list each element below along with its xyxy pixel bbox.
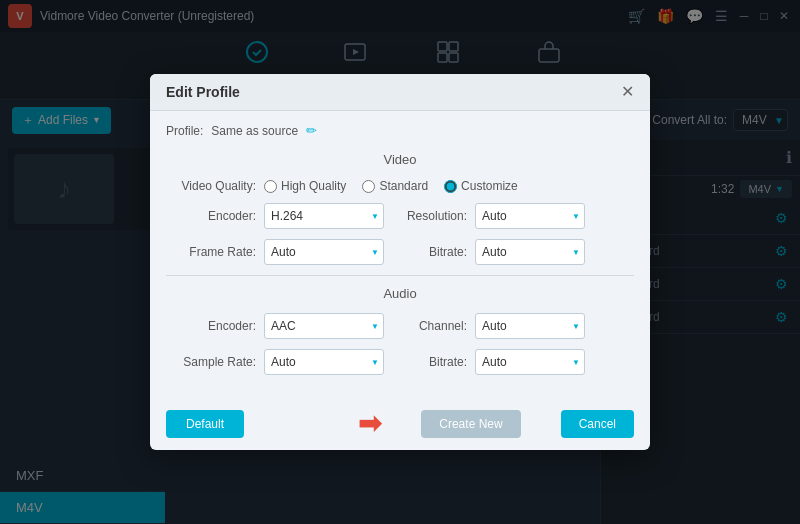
radio-high-quality[interactable]: High Quality bbox=[264, 179, 346, 193]
sample-rate-label: Sample Rate: bbox=[166, 355, 256, 369]
sample-rate-select-wrapper: Auto bbox=[264, 349, 384, 375]
audio-encoder-label: Encoder: bbox=[166, 319, 256, 333]
audio-encoder-select-wrapper: AAC bbox=[264, 313, 384, 339]
radio-customize-label: Customize bbox=[461, 179, 518, 193]
audio-bitrate-select[interactable]: Auto bbox=[475, 349, 585, 375]
modal-overlay: Edit Profile ✕ Profile: Same as source ✏… bbox=[0, 0, 800, 524]
resolution-label: Resolution: bbox=[392, 209, 467, 223]
audio-bitrate-col: Bitrate: Auto bbox=[392, 349, 634, 375]
modal-header: Edit Profile ✕ bbox=[150, 74, 650, 111]
radio-high-quality-input[interactable] bbox=[264, 180, 277, 193]
resolution-col: Resolution: Auto bbox=[392, 203, 634, 229]
profile-row: Profile: Same as source ✏ bbox=[166, 123, 634, 138]
audio-encoder-select[interactable]: AAC bbox=[264, 313, 384, 339]
arrow-indicator: ➡ bbox=[358, 407, 381, 440]
encoder-label: Encoder: bbox=[166, 209, 256, 223]
radio-high-quality-label: High Quality bbox=[281, 179, 346, 193]
radio-customize[interactable]: Customize bbox=[444, 179, 518, 193]
default-button[interactable]: Default bbox=[166, 410, 244, 438]
radio-standard-input[interactable] bbox=[362, 180, 375, 193]
video-section-title: Video bbox=[166, 152, 634, 167]
audio-section-title: Audio bbox=[166, 286, 634, 301]
resolution-select[interactable]: Auto bbox=[475, 203, 585, 229]
video-quality-radio-group: High Quality Standard Customize bbox=[264, 179, 634, 193]
radio-standard-label: Standard bbox=[379, 179, 428, 193]
channel-col: Channel: Auto bbox=[392, 313, 634, 339]
modal-title: Edit Profile bbox=[166, 84, 240, 100]
bitrate-select-wrapper: Auto bbox=[475, 239, 585, 265]
radio-standard[interactable]: Standard bbox=[362, 179, 428, 193]
sample-rate-select[interactable]: Auto bbox=[264, 349, 384, 375]
channel-select[interactable]: Auto bbox=[475, 313, 585, 339]
framerate-bitrate-row: Frame Rate: Auto Bitrate: Auto bbox=[166, 239, 634, 265]
bitrate-col: Bitrate: Auto bbox=[392, 239, 634, 265]
bitrate-label: Bitrate: bbox=[392, 245, 467, 259]
modal-close-button[interactable]: ✕ bbox=[621, 84, 634, 100]
audio-bitrate-select-wrapper: Auto bbox=[475, 349, 585, 375]
frame-rate-label: Frame Rate: bbox=[166, 245, 256, 259]
audio-encoder-channel-row: Encoder: AAC Channel: Auto bbox=[166, 313, 634, 339]
modal-footer: Default ➡ Create New Cancel bbox=[150, 397, 650, 450]
edit-icon[interactable]: ✏ bbox=[306, 123, 317, 138]
create-new-button[interactable]: Create New bbox=[421, 410, 520, 438]
encoder-select[interactable]: H.264 bbox=[264, 203, 384, 229]
channel-select-wrapper: Auto bbox=[475, 313, 585, 339]
modal-body: Profile: Same as source ✏ Video Video Qu… bbox=[150, 111, 650, 397]
profile-value: Same as source bbox=[211, 124, 298, 138]
bitrate-select[interactable]: Auto bbox=[475, 239, 585, 265]
edit-profile-modal: Edit Profile ✕ Profile: Same as source ✏… bbox=[150, 74, 650, 450]
radio-customize-input[interactable] bbox=[444, 180, 457, 193]
cancel-button[interactable]: Cancel bbox=[561, 410, 634, 438]
video-quality-label: Video Quality: bbox=[166, 179, 256, 193]
frame-rate-select[interactable]: Auto bbox=[264, 239, 384, 265]
profile-label: Profile: bbox=[166, 124, 203, 138]
audio-bitrate-label: Bitrate: bbox=[392, 355, 467, 369]
frame-rate-select-wrapper: Auto bbox=[264, 239, 384, 265]
resolution-select-wrapper: Auto bbox=[475, 203, 585, 229]
samplerate-audiobitrate-row: Sample Rate: Auto Bitrate: Auto bbox=[166, 349, 634, 375]
section-divider bbox=[166, 275, 634, 276]
encoder-resolution-row: Encoder: H.264 Resolution: Auto bbox=[166, 203, 634, 229]
video-quality-row: Video Quality: High Quality Standard bbox=[166, 179, 634, 193]
encoder-select-wrapper: H.264 bbox=[264, 203, 384, 229]
footer-right: ➡ Create New Cancel bbox=[358, 407, 634, 440]
channel-label: Channel: bbox=[392, 319, 467, 333]
